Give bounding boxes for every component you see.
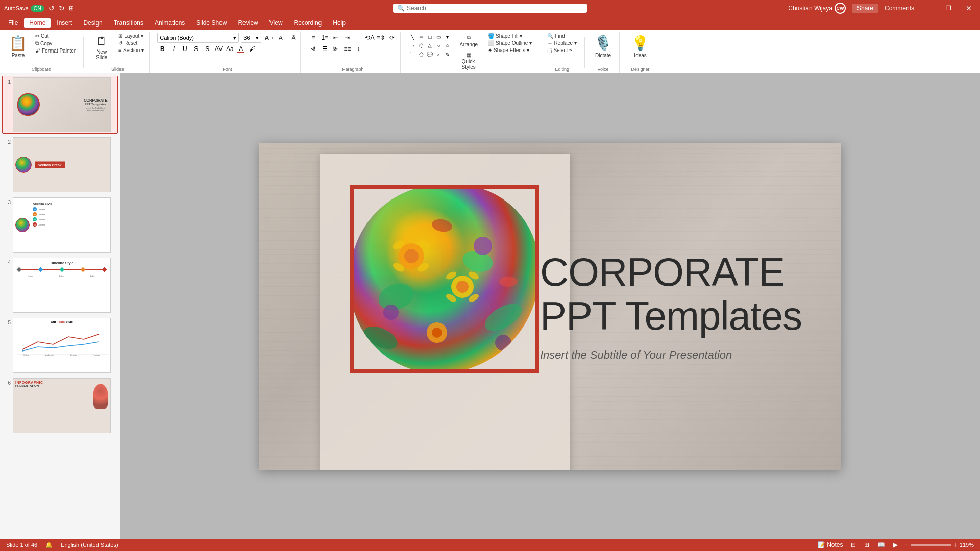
slide-item-1[interactable]: 1 CORPORATE PPT Templates Insert the Sub… xyxy=(2,76,118,134)
shape-more[interactable]: ▾ xyxy=(443,33,451,41)
menu-slideshow[interactable]: Slide Show xyxy=(191,18,232,28)
format-painter-button[interactable]: 🖌 Format Painter xyxy=(33,47,78,54)
font-color-button[interactable]: A xyxy=(236,44,246,54)
slideshow-button[interactable]: ▶ xyxy=(891,541,900,549)
menu-home[interactable]: Home xyxy=(24,18,51,28)
slide-thumb-2[interactable]: Section Break xyxy=(13,137,111,192)
dictate-button[interactable]: 🎙️ Dictate xyxy=(590,33,616,60)
close-button[interactable]: ✕ xyxy=(962,4,976,12)
layout-button[interactable]: ⊞ Layout ▾ xyxy=(116,33,146,39)
align-center-button[interactable]: ☰ xyxy=(320,44,330,54)
slide-item-6[interactable]: 6 INFOGRAPHIC PRESENTATION xyxy=(2,377,118,435)
shape-outline-button[interactable]: ⬜ Shape Outline ▾ xyxy=(486,40,534,46)
section-button[interactable]: ≡ Section ▾ xyxy=(116,47,146,54)
align-left-button[interactable]: ⫷ xyxy=(308,44,318,54)
font-size-dropdown[interactable]: 36 ▾ xyxy=(241,33,261,43)
bold-button[interactable]: B xyxy=(157,44,167,54)
ideas-button[interactable]: 💡 Ideas xyxy=(627,33,653,60)
new-slide-button[interactable]: 🗒 New Slide xyxy=(89,33,114,62)
shape-block[interactable]: ⬡ xyxy=(417,41,425,49)
slide-item-5[interactable]: 5 Our Team Style SalesMarketingDesignFin… xyxy=(2,316,118,374)
search-bar[interactable]: 🔍 xyxy=(393,4,587,13)
shape-effects-arrow[interactable]: ▾ xyxy=(527,47,529,53)
increase-font-button[interactable]: A+ xyxy=(262,34,275,42)
shape-callout[interactable]: 💬 xyxy=(426,50,434,58)
shape-edit[interactable]: ✎ xyxy=(443,50,451,58)
slide-thumb-3[interactable]: Agenda Style 01 Content 02 Content 03 Co… xyxy=(13,197,111,253)
menu-design[interactable]: Design xyxy=(78,18,107,28)
section-dropdown[interactable]: ▾ xyxy=(141,47,144,53)
notes-button[interactable]: 📝 Notes xyxy=(816,541,845,549)
text-direction-button[interactable]: ⟲A xyxy=(364,33,375,43)
zoom-out-button[interactable]: − xyxy=(904,541,908,549)
minimize-button[interactable]: — xyxy=(920,4,936,12)
reading-view-button[interactable]: 📖 xyxy=(875,541,887,549)
slide-thumb-1[interactable]: CORPORATE PPT Templates Insert the Subti… xyxy=(13,77,111,132)
restore-button[interactable]: ❐ xyxy=(942,5,955,12)
increase-indent-button[interactable]: ⇥ xyxy=(342,33,352,43)
underline-button[interactable]: U xyxy=(180,44,190,54)
find-button[interactable]: 🔍 Find xyxy=(545,33,579,39)
shape-poly[interactable]: ⬠ xyxy=(417,50,425,58)
align-text-button[interactable]: ≡⇕ xyxy=(376,33,386,43)
slide-item-2[interactable]: 2 Section Break xyxy=(2,136,118,194)
shape-arrow[interactable]: → xyxy=(408,41,416,49)
reset-button[interactable]: ↺ Reset xyxy=(116,40,146,46)
slide-thumb-6[interactable]: INFOGRAPHIC PRESENTATION xyxy=(13,378,111,433)
main-slide[interactable]: CORPORATE PPT Templates Insert the Subti… xyxy=(259,143,841,470)
quick-access-button[interactable]: ⊞ xyxy=(69,5,74,12)
search-input[interactable] xyxy=(407,5,580,12)
font-size-arrow[interactable]: ▾ xyxy=(256,35,259,41)
menu-transitions[interactable]: Transitions xyxy=(109,18,149,28)
line-spacing-button[interactable]: ↕ xyxy=(353,44,363,54)
slide-panel[interactable]: 1 CORPORATE PPT Templates Insert the Sub… xyxy=(0,73,120,539)
replace-button[interactable]: ↔ Replace ▾ xyxy=(545,40,579,46)
menu-recording[interactable]: Recording xyxy=(289,18,327,28)
align-right-button[interactable]: ⫸ xyxy=(331,44,341,54)
shape-curve[interactable]: ⌒ xyxy=(408,50,416,58)
columns-button[interactable]: ⫠ xyxy=(353,33,363,43)
slide-item-3[interactable]: 3 Agenda Style 01 Content 02 Content xyxy=(2,196,118,254)
shape-action[interactable]: ⬦ xyxy=(434,50,443,58)
slide-item-4[interactable]: 4 Timeline Style xyxy=(2,256,118,314)
decrease-font-button[interactable]: A− xyxy=(276,34,288,42)
shape-rect[interactable]: □ xyxy=(426,33,434,41)
menu-insert[interactable]: Insert xyxy=(52,18,77,28)
zoom-in-button[interactable]: + xyxy=(953,541,958,549)
highlight-button[interactable]: 🖌 xyxy=(247,44,257,54)
shape-effects-button[interactable]: ✦ Shape Effects ▾ xyxy=(486,47,534,54)
slide-thumb-5[interactable]: Our Team Style SalesMarketingDesignFinan… xyxy=(13,318,111,373)
menu-file[interactable]: File xyxy=(3,18,23,28)
shape-star[interactable]: ☆ xyxy=(443,41,451,49)
zoom-slider[interactable] xyxy=(911,544,951,546)
shape-fill-button[interactable]: 🪣 Shape Fill ▾ xyxy=(486,33,534,39)
font-name-dropdown[interactable]: Calibri (Body) ▾ xyxy=(157,33,239,43)
undo-button[interactable]: ↺ xyxy=(48,4,55,12)
layout-dropdown[interactable]: ▾ xyxy=(141,33,143,39)
autosave-toggle[interactable]: ON xyxy=(31,5,44,12)
shape-rect2[interactable]: ▭ xyxy=(434,33,443,41)
shape-line[interactable]: ╲ xyxy=(408,33,416,41)
select-button[interactable]: ⬚ Select ~ xyxy=(545,47,579,54)
comments-button[interactable]: Comments xyxy=(885,5,914,12)
cut-button[interactable]: ✂ Cut xyxy=(33,33,78,39)
char-spacing-button[interactable]: AV xyxy=(213,44,224,54)
strikethrough-button[interactable]: S xyxy=(191,44,201,54)
menu-view[interactable]: View xyxy=(264,18,288,28)
convert-smartart-button[interactable]: ⟳ xyxy=(387,33,397,43)
arrange-button[interactable]: ⧉ Arrange xyxy=(455,33,482,49)
menu-help[interactable]: Help xyxy=(328,18,351,28)
font-name-arrow[interactable]: ▾ xyxy=(233,35,236,41)
clear-format-button[interactable]: Ā xyxy=(290,35,298,41)
shape-line2[interactable]: ━ xyxy=(417,33,425,41)
normal-view-button[interactable]: ⊟ xyxy=(849,541,858,549)
shape-fill-arrow[interactable]: ▾ xyxy=(520,33,522,39)
justify-button[interactable]: ≡≡ xyxy=(342,44,352,54)
font-case-button[interactable]: Aa xyxy=(225,44,235,54)
menu-animations[interactable]: Animations xyxy=(150,18,190,28)
share-button[interactable]: Share xyxy=(852,4,878,13)
replace-arrow[interactable]: ▾ xyxy=(574,40,577,46)
quick-styles-button[interactable]: ▦ QuickStyles xyxy=(455,50,482,72)
redo-button[interactable]: ↻ xyxy=(59,4,65,12)
numbering-button[interactable]: 1≡ xyxy=(320,33,330,43)
